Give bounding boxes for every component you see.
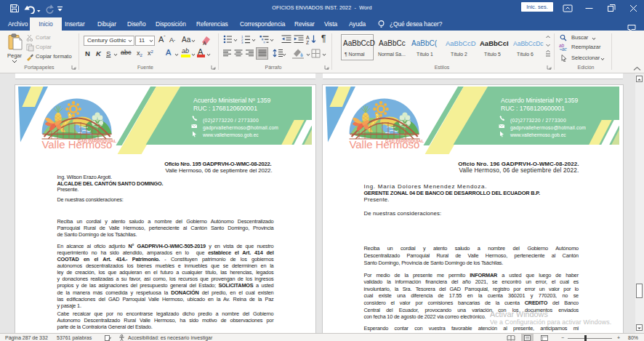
svg-text:A: A [306, 35, 310, 40]
svg-text:3: 3 [241, 41, 243, 44]
svg-text:ac: ac [562, 47, 568, 52]
svg-text:Valle Hermoso: Valle Hermoso [41, 138, 112, 151]
svg-text:A: A [203, 41, 206, 46]
svg-text:Z: Z [306, 40, 309, 44]
svg-text:Valle Hermoso: Valle Hermoso [349, 138, 419, 151]
